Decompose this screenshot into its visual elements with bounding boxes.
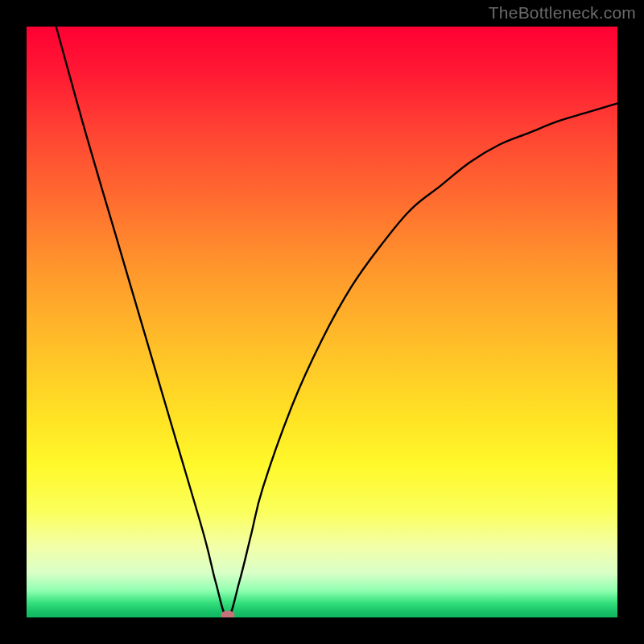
minimum-point-marker [221,611,234,618]
plot-area [27,27,617,617]
curve-svg [27,27,617,617]
watermark-text: TheBottleneck.com [489,3,636,23]
bottleneck-curve [56,27,617,617]
chart-frame: TheBottleneck.com [0,0,644,644]
